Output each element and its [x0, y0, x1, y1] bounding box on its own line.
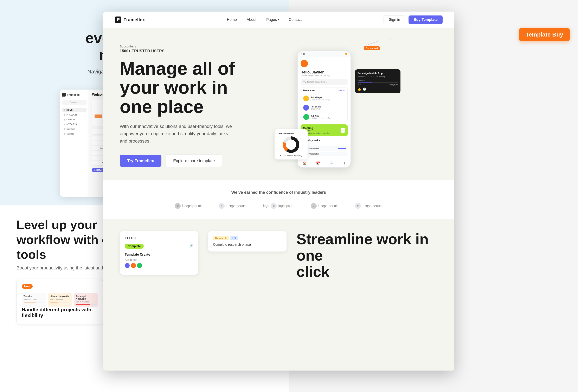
calendar-icon[interactable]: 📅: [316, 161, 320, 165]
weekly-task-item: Prepare Presentation: [300, 152, 348, 156]
phone-meeting-card: Meeting 5:00 AM Deliver current tasks fo…: [300, 124, 348, 136]
plus-decoration: +: [206, 162, 209, 168]
dash-sidebar: F Frameflex Search... HOME PROJECTS Cale…: [60, 89, 89, 197]
phone-status-bar: 9:41 📶: [298, 51, 350, 57]
ff-nav-actions: Sign in Buy Template: [384, 15, 443, 24]
ff-hero-left: Subscribers 1500+ TRUSTED USERS Manage a…: [120, 44, 268, 167]
assigned-label: Assigned: [125, 258, 193, 261]
nav-dot: [64, 119, 65, 121]
mini-progress-bar: [50, 302, 70, 303]
message-item[interactable]: Sofia Reyes Glad we connect briefly...: [301, 94, 347, 103]
hero-buttons: Try Frameflex Explore more template: [120, 155, 268, 167]
phone-search[interactable]: 🔍 Search something...: [300, 79, 348, 85]
progress-label: Progress: [358, 79, 398, 81]
ff-logo: Frameflex: [115, 16, 145, 23]
dash-search: Search...: [62, 100, 87, 105]
phone-check[interactable]: ✓: [341, 128, 345, 133]
complete-badge: Complete: [125, 244, 144, 249]
logo-icon-5: ❖: [355, 203, 361, 209]
ff-bottom-section: TO DO Complete 🔗 Template Create Assigne…: [103, 219, 454, 293]
home-icon[interactable]: 🏠: [302, 161, 307, 165]
todo-card: TO DO Complete 🔗 Template Create Assigne…: [120, 231, 198, 275]
view-all-link[interactable]: View All: [338, 89, 345, 92]
action-icons: 👍 🕐: [358, 87, 398, 91]
tasks-overview-legend: ● Done ● Active ● Pending: [278, 155, 305, 157]
navbar: Frameflex Home About Pages ▾ Contact Sig…: [103, 11, 454, 28]
recently-label: Recently: [300, 143, 348, 145]
todo-tags: Research UX: [213, 236, 282, 240]
mini-progress-bar: [76, 304, 96, 305]
feature-card-1: New Terrafits task in progress Hibuput I…: [16, 279, 103, 325]
svg-rect-2: [117, 20, 118, 21]
mini-progress-bar: [24, 302, 44, 303]
ux-tag: UX: [230, 236, 238, 240]
phone-messages-section: Messages View All Sofia Reyes Glad we co…: [300, 87, 348, 122]
nav-dot: [64, 124, 65, 125]
msg-avatar: [303, 95, 309, 101]
message-item[interactable]: Rosa Sym Great Work !: [301, 103, 347, 112]
logos-row: ⊕ Logoipsum ✳ Logoipsum logo ⊕ logo ipsu…: [120, 203, 438, 209]
research-card: Research UX Complete research phase: [208, 231, 287, 252]
explore-template-button[interactable]: Explore more template: [166, 155, 222, 167]
mini-task-card: Terrafits task in progress: [22, 293, 46, 307]
hamburger-icon[interactable]: [343, 62, 348, 65]
buy-template-button[interactable]: Buy Template: [409, 15, 443, 24]
logo-icon-3: ⊕: [271, 203, 277, 209]
msg-avatar: [303, 105, 309, 111]
logo-icon-4: 🛡: [311, 203, 317, 209]
todo-header: TO DO: [125, 236, 193, 240]
nav-members[interactable]: Members: [62, 127, 87, 131]
dash-logo-icon: F: [62, 93, 66, 96]
bar: [95, 115, 102, 118]
logos-title: We've earned the confidence of industry …: [120, 190, 438, 195]
avatar: [131, 263, 136, 268]
frameflex-overlay: Frameflex Home About Pages ▾ Contact Sig…: [103, 11, 454, 371]
nav-home[interactable]: Home: [227, 18, 237, 22]
avatar: [137, 263, 142, 268]
thumb-icon[interactable]: 👍: [358, 87, 361, 91]
clock-icon[interactable]: 🕐: [363, 87, 366, 91]
logo-2: ✳ Logoipsum: [219, 203, 246, 209]
progress-percent: 35%: [358, 84, 361, 86]
weekly-task-item: Prepare Presentation: [300, 146, 348, 151]
signin-button[interactable]: Sign in: [384, 15, 405, 24]
plus-decoration: +: [111, 36, 114, 42]
nav-dot: [64, 128, 65, 130]
nav-about[interactable]: About: [247, 18, 256, 22]
ff-hero: + + + Subscribers 1500+ TRUSTED USERS Ma…: [103, 28, 454, 180]
mini-task-card-2: Hibuput Innovatis task in progress: [48, 293, 72, 307]
phone-greeting-sub: Deliver current tasks for this day: [300, 75, 348, 77]
nav-calendar[interactable]: Calendar: [62, 117, 87, 122]
weekly-tasks-title: My weekly tasks: [300, 139, 348, 142]
ff-nav-links: Home About Pages ▾ Contact: [227, 18, 302, 22]
plus-decoration: +: [389, 36, 392, 42]
ff-bottom-right: Streamline work in one click: [296, 231, 438, 280]
svg-rect-1: [118, 18, 120, 20]
logo-1: ⊕ Logoipsum: [175, 203, 202, 209]
link-icon[interactable]: 🔗: [189, 244, 193, 248]
logos-section: We've earned the confidence of industry …: [103, 180, 454, 219]
nav-contact[interactable]: Contact: [289, 18, 302, 22]
try-frameflex-button[interactable]: Try Frameflex: [120, 155, 161, 167]
nav-projects[interactable]: PROJECTS: [62, 113, 87, 117]
nav-mytasks[interactable]: MY TASKS: [62, 122, 87, 127]
message-item[interactable]: Zuh Alex Glad we connect briefly...: [301, 112, 347, 122]
nav-home[interactable]: HOME: [62, 108, 87, 112]
nav-pages[interactable]: Pages ▾: [266, 18, 279, 22]
nav-settings[interactable]: Settings: [62, 132, 87, 136]
phone-bottom-bar: 🏠 📅 📄 ⬇: [298, 159, 350, 167]
ff-logo-icon: [115, 16, 121, 23]
tasks-overview-card: Tasks overview ● Done ● Active ● Pending: [275, 129, 308, 160]
file-icon[interactable]: 📄: [330, 161, 334, 165]
redesign-card: Redesign Mobile App Presentation for cli…: [355, 69, 400, 93]
card-title-1: Handle different projects with flexibili…: [22, 307, 98, 318]
nav-dot: [64, 109, 65, 111]
nav-dot: [64, 133, 65, 135]
template-buy-button[interactable]: Template Buy: [519, 28, 570, 41]
avatar: [125, 263, 130, 268]
download-icon[interactable]: ⬇: [343, 161, 346, 165]
phone-greeting: Hello, Jayden: [300, 70, 348, 75]
trusted-users: 1500+ TRUSTED USERS: [120, 49, 268, 53]
card-badge: New: [22, 284, 33, 289]
get-started-badge[interactable]: Get started: [364, 46, 380, 50]
